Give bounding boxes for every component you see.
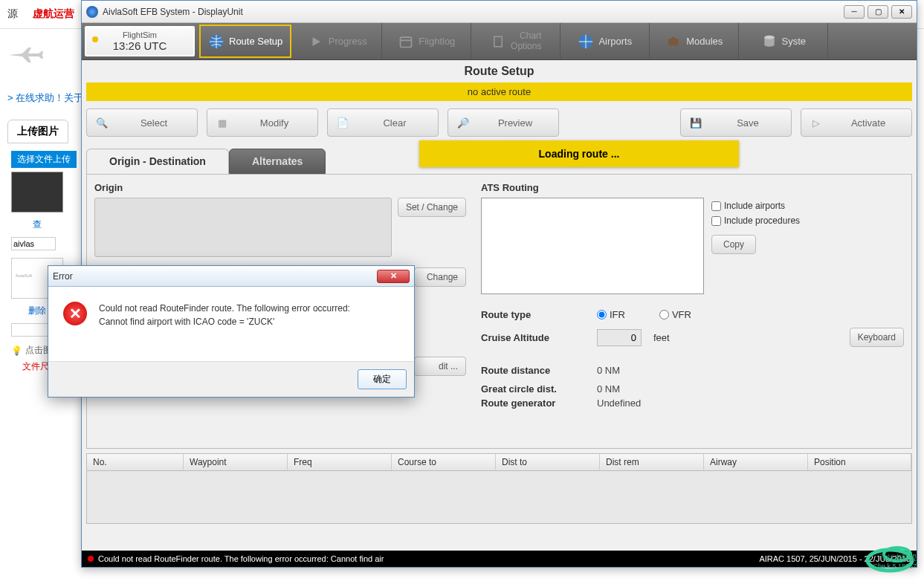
col-airway[interactable]: Airway [704,454,808,470]
play-icon [308,33,324,50]
ifr-radio[interactable]: IFR [597,309,625,320]
toolbar-airports[interactable]: Airports [560,23,650,59]
edit-button[interactable]: dit ... [414,357,466,376]
bg-select-file-btn[interactable]: 选择文件上传 [11,151,77,168]
window-titlebar[interactable]: AivlaSoft EFB System - DisplayUnit ─ ▢ ✕ [82,1,917,23]
error-icon: ✕ [63,302,87,325]
bg-tab-upload[interactable]: 上传图片 [7,120,68,143]
toolbar-label: Airports [598,36,632,47]
no-route-banner: no active route [86,82,912,101]
toolbar-label: Route Setup [229,36,282,47]
section-title: Route Setup [82,60,917,82]
watermark-text: 飞行者联盟 Che k.5.18357 [873,554,917,571]
gc-distance-value: 0 NM [597,383,620,395]
bg-text-input[interactable] [11,237,56,250]
bg-thumbnail-1[interactable] [11,172,63,212]
copy-button[interactable]: Copy [711,235,756,254]
app-icon [86,6,98,18]
minimize-button[interactable]: ─ [844,5,865,19]
col-course[interactable]: Course to [392,454,496,470]
vfr-radio[interactable]: VFR [659,309,691,320]
toolbar-route-setup[interactable]: Route Setup [199,25,291,58]
toolbar-label: Modules [686,36,723,47]
preview-button[interactable]: 🔎Preview [448,108,559,137]
status-bar: Could not read RouteFinder route. The fo… [82,551,917,567]
bg-caption-1: 查 [4,216,71,233]
globe-icon [208,33,224,50]
dialog-ok-button[interactable]: 确定 [358,369,407,389]
col-waypoint[interactable]: Waypoint [184,454,288,470]
toolbar-label: Syste [782,36,807,47]
dialog-close-button[interactable]: ✕ [377,270,410,283]
window-title: AivlaSoft EFB System - DisplayUnit [103,7,844,17]
time-panel: FlightSim 13:26 UTC [85,26,195,56]
briefcase-icon [665,33,682,50]
toolbar-progress[interactable]: Progress [293,23,382,59]
dialog-body: ✕ Could not read RouteFinder route. The … [48,287,414,361]
dialog-title: Error [53,271,377,282]
database-icon [761,33,778,50]
folder-search-icon: 🔍 [93,114,111,132]
toolbar-system[interactable]: Syste [739,23,828,59]
svg-rect-5 [668,39,679,45]
tab-origin-destination[interactable]: Origin - Destination [86,149,229,174]
dialog-titlebar[interactable]: Error ✕ [48,266,414,287]
col-position[interactable]: Position [808,454,911,470]
status-dot-icon [92,36,98,42]
tab-alternates[interactable]: Alternates [229,149,326,174]
bg-nav-item[interactable]: 源 [7,7,18,21]
svg-rect-1 [401,37,412,47]
col-freq[interactable]: Freq [288,454,392,470]
save-icon: 💾 [687,114,705,132]
top-toolbar: FlightSim 13:26 UTC Route Setup Progress… [82,23,917,60]
include-procedures-checkbox[interactable]: Include procedures [711,215,800,226]
toolbar-label: Chart Options [511,31,541,51]
origin-label: Origin [94,182,466,193]
preview-icon: 🔎 [454,114,472,132]
bg-nav-item-red[interactable]: 虚航运营 [33,7,74,21]
change-button[interactable]: Change [414,267,466,287]
gc-distance-label: Great circle dist. [481,383,585,395]
save-button[interactable]: 💾Save [680,108,792,137]
status-message: Could not read RouteFinder route. The fo… [98,554,759,563]
ats-routing-label: ATS Routing [481,182,904,193]
clear-icon: 📄 [334,114,352,132]
include-airports-checkbox[interactable]: Include airports [711,201,800,211]
col-dist-to[interactable]: Dist to [496,454,600,470]
table-header: No. Waypoint Freq Course to Dist to Dist… [87,454,911,471]
toolbar-chart-options[interactable]: Chart Options [471,23,560,59]
toolbar-modules[interactable]: Modules [650,23,739,59]
route-generator-label: Route generator [481,398,585,409]
right-column: ATS Routing Include airports Include pro… [466,182,904,441]
cruise-altitude-input[interactable] [597,329,642,346]
cruise-unit: feet [653,332,670,343]
clear-button[interactable]: 📄Clear [327,108,439,137]
svg-point-8 [764,35,774,39]
close-button[interactable]: ✕ [891,5,912,19]
select-button[interactable]: 🔍Select [86,108,198,137]
activate-icon: ▷ [807,114,825,132]
route-type-label: Route type [481,309,585,320]
modify-button[interactable]: ▦Modify [207,108,318,137]
set-change-button[interactable]: Set / Change [398,198,466,217]
maximize-button[interactable]: ▢ [868,5,888,19]
toolbar-label: Progress [329,36,367,47]
calendar-icon [398,33,414,50]
error-dot-icon [88,556,94,562]
route-table: No. Waypoint Freq Course to Dist to Dist… [86,453,912,524]
action-row: 🔍Select ▦Modify 📄Clear 🔎Preview 💾Save ▷A… [82,101,917,144]
svg-rect-6 [672,37,676,39]
dialog-footer: 确定 [48,361,414,397]
error-message: Could not read RouteFinder route. The fo… [99,302,350,328]
grid-icon: ▦ [213,114,231,132]
svg-rect-3 [494,36,503,47]
col-dist-rem[interactable]: Dist rem [600,454,704,470]
toolbar-flightlog[interactable]: Flightlog [382,23,471,59]
keyboard-button[interactable]: Keyboard [850,328,904,347]
ats-routing-textarea[interactable] [481,198,704,294]
cruise-altitude-label: Cruise Altitude [481,332,585,343]
bulb-icon: 💡 [11,345,22,356]
activate-button[interactable]: ▷Activate [801,108,912,137]
document-icon [490,33,506,50]
col-no[interactable]: No. [87,454,184,470]
